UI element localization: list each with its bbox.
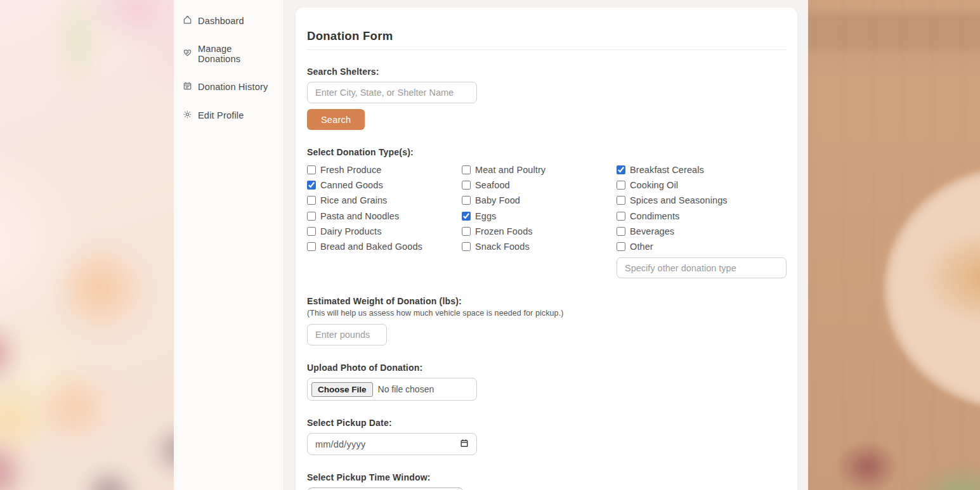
sidebar-item-dashboard[interactable]: Dashboard [181, 9, 276, 33]
bread-and-baked-goods-checkbox[interactable] [307, 242, 316, 251]
snack-foods-checkbox[interactable] [462, 242, 471, 251]
checkbox-other[interactable]: Other [617, 242, 787, 252]
checkbox-canned-goods[interactable]: Canned Goods [307, 180, 462, 190]
sidebar-item-donation-history[interactable]: Donation History [181, 75, 276, 99]
search-button[interactable]: Search [307, 109, 365, 130]
eggs-checkbox[interactable] [462, 212, 471, 221]
condiments-checkbox[interactable] [617, 212, 625, 221]
dairy-products-checkbox[interactable] [307, 227, 316, 236]
checkbox-cooking-oil[interactable]: Cooking Oil [617, 180, 787, 190]
checkbox-baby-food[interactable]: Baby Food [462, 196, 617, 205]
donation-types-column-1: Fresh Produce Canned Goods Rice and Grai… [307, 165, 462, 278]
pickup-date-input[interactable]: mm/dd/yyyy [307, 433, 477, 455]
checkbox-condiments[interactable]: Condiments [617, 211, 787, 221]
calendar-icon [183, 81, 192, 93]
sidebar-item-label: Edit Profile [198, 110, 244, 120]
checkbox-fresh-produce[interactable]: Fresh Produce [307, 165, 462, 174]
date-placeholder-text: mm/dd/yyyy [315, 439, 365, 449]
sidebar: Dashboard Manage Donations Donation Hist… [174, 0, 284, 490]
fresh-produce-checkbox[interactable] [307, 165, 316, 174]
seafood-checkbox[interactable] [462, 181, 471, 190]
sidebar-item-label: Donation History [198, 82, 268, 92]
pickup-time-select[interactable]: Morning (9 AM - 12 PM) [307, 487, 464, 490]
weight-hint: (This will help us assess how much vehic… [307, 309, 787, 318]
file-status-text: No file chosen [378, 384, 434, 394]
weight-label: Estimated Weight of Donation (lbs): [307, 296, 787, 306]
title-divider [307, 49, 787, 50]
cooking-oil-checkbox[interactable] [617, 181, 625, 190]
checkbox-seafood[interactable]: Seafood [462, 180, 617, 190]
donation-types-grid: Fresh Produce Canned Goods Rice and Grai… [307, 165, 787, 278]
donation-types-column-2: Meat and Poultry Seafood Baby Food Eggs … [462, 165, 617, 278]
checkbox-rice-and-grains[interactable]: Rice and Grains [307, 196, 462, 205]
spices-and-seasonings-checkbox[interactable] [617, 196, 625, 205]
checkbox-beverages[interactable]: Beverages [617, 227, 787, 236]
search-shelters-input[interactable] [307, 82, 477, 103]
checkbox-eggs[interactable]: Eggs [462, 211, 617, 221]
other-donation-type-input[interactable] [617, 257, 787, 278]
checkbox-spices-and-seasonings[interactable]: Spices and Seasonings [617, 196, 787, 205]
frozen-foods-checkbox[interactable] [462, 227, 471, 236]
upload-photo-label: Upload Photo of Donation: [307, 363, 787, 373]
other-checkbox[interactable] [617, 242, 625, 251]
donation-form-card: Donation Form Search Shelters: Search Se… [296, 8, 797, 490]
beverages-checkbox[interactable] [617, 227, 625, 236]
photo-overlay [808, 0, 980, 490]
donation-types-column-3: Breakfast Cereals Cooking Oil Spices and… [617, 165, 787, 278]
weight-input[interactable] [307, 324, 387, 345]
meat-and-poultry-checkbox[interactable] [462, 165, 471, 174]
choose-file-button[interactable]: Choose File [311, 382, 373, 397]
baby-food-checkbox[interactable] [462, 196, 471, 205]
checkbox-pasta-and-noodles[interactable]: Pasta and Noodles [307, 211, 462, 221]
sidebar-item-manage-donations[interactable]: Manage Donations [181, 37, 276, 70]
pickup-date-label: Select Pickup Date: [307, 418, 787, 428]
search-shelters-label: Search Shelters: [307, 67, 787, 77]
page-title: Donation Form [307, 29, 787, 43]
background-photo-fruit [0, 0, 174, 490]
photo-overlay [0, 0, 174, 490]
checkbox-snack-foods[interactable]: Snack Foods [462, 242, 617, 252]
main-content: Donation Form Search Shelters: Search Se… [284, 0, 808, 490]
sidebar-item-edit-profile[interactable]: Edit Profile [181, 103, 276, 127]
file-upload-input[interactable]: Choose File No file chosen [307, 378, 477, 401]
hand-heart-icon [183, 48, 192, 60]
sidebar-item-label: Manage Donations [198, 44, 275, 64]
checkbox-frozen-foods[interactable]: Frozen Foods [462, 227, 617, 236]
calendar-picker-icon[interactable] [460, 439, 469, 450]
breakfast-cereals-checkbox[interactable] [617, 165, 625, 174]
pasta-and-noodles-checkbox[interactable] [307, 212, 316, 221]
checkbox-bread-and-baked-goods[interactable]: Bread and Baked Goods [307, 242, 462, 252]
sidebar-item-label: Dashboard [198, 16, 244, 26]
background-photo-cutting-board [808, 0, 980, 490]
rice-and-grains-checkbox[interactable] [307, 196, 316, 205]
pickup-time-label: Select Pickup Time Window: [307, 472, 787, 482]
gear-icon [183, 110, 192, 121]
donation-types-label: Select Donation Type(s): [307, 147, 787, 157]
checkbox-breakfast-cereals[interactable]: Breakfast Cereals [617, 165, 787, 174]
checkbox-dairy-products[interactable]: Dairy Products [307, 227, 462, 236]
home-icon [183, 15, 192, 27]
checkbox-meat-and-poultry[interactable]: Meat and Poultry [462, 165, 617, 174]
canned-goods-checkbox[interactable] [307, 181, 316, 190]
